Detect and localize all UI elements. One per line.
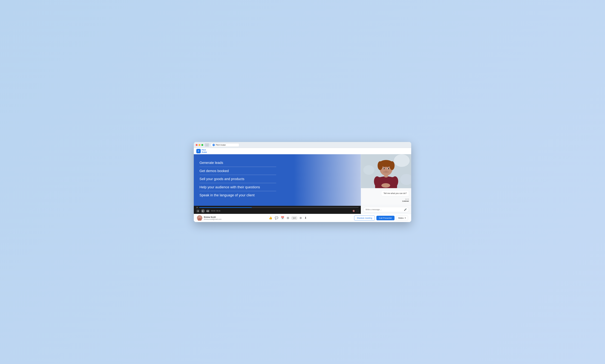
url-text: Pitch Avatar <box>216 144 226 146</box>
svg-point-26 <box>363 165 374 175</box>
slide-item-3: Sell your goods and products <box>199 177 290 183</box>
chat-time: 16:32 <box>363 198 409 200</box>
time-display: 00:00 / 00:16 <box>211 210 220 212</box>
message-input-area: 🎤 <box>361 205 411 214</box>
slide-content: Generate leads Get demos booked Sell you… <box>194 154 361 206</box>
svg-point-36 <box>389 161 395 170</box>
logo-icon: P <box>196 149 201 153</box>
chat-bubble-text: Tell me what you can do? <box>384 192 407 195</box>
slide-item-text-3: Sell your goods and products <box>199 177 290 181</box>
slide-items: Generate leads Get demos booked Sell you… <box>199 161 290 199</box>
progress-bar-area: 2/6 <box>196 207 359 208</box>
video-container: Generate leads Get demos booked Sell you… <box>194 154 361 206</box>
qa-button[interactable]: Q&A <box>292 217 297 219</box>
slide-item-text-2: Get demos booked <box>199 169 290 173</box>
presenter-video <box>361 154 411 188</box>
maximize-button[interactable] <box>201 144 203 146</box>
slides-button[interactable]: Slides ▼ <box>396 216 408 221</box>
slide-counter: 2/6 <box>196 207 198 208</box>
video-controls: 2/6 ◀ ▶ ▶▶ 00:00 / <box>194 206 361 214</box>
chat-icon[interactable]: 💬 <box>275 216 278 220</box>
chat-sender: Listener <box>363 200 409 202</box>
next-button[interactable]: ▶▶ <box>206 209 210 213</box>
title-bar: ⌂ P Pitch Avatar <box>194 142 411 148</box>
slide-item-2: Get demos booked <box>199 169 290 175</box>
chevron-down-icon: ▼ <box>404 217 406 219</box>
chat-meta: 16:32 Listener <box>363 198 409 202</box>
slide-item-text-5: Speak in the language of your client <box>199 193 290 198</box>
main-layout: Generate leads Get demos booked Sell you… <box>194 154 411 214</box>
slide-item-4: Help your audience with their questions <box>199 185 290 191</box>
user-details: Emma Scott emma.scott@mail.com <box>204 216 221 220</box>
prev-button[interactable]: ◀ <box>196 209 200 213</box>
download-icon[interactable]: ⬇ <box>304 216 307 220</box>
traffic-lights <box>196 144 203 146</box>
progress-track[interactable] <box>199 207 359 208</box>
logo-text: Pitch Avatar <box>202 149 207 153</box>
video-section: Generate leads Get demos booked Sell you… <box>194 154 361 214</box>
home-button[interactable]: ⌂ <box>205 143 209 147</box>
slide-item-text-4: Help your audience with their questions <box>199 185 290 190</box>
svg-point-42 <box>388 168 389 169</box>
like-icon[interactable]: 👍 <box>269 216 272 220</box>
slide-divider-2 <box>199 175 276 175</box>
bottom-buttons: Shedule meeting Call Presenter Slides ▼ <box>354 216 408 221</box>
fullscreen-icon[interactable]: ⛶ <box>357 210 359 212</box>
os-window: ⌂ P Pitch Avatar P Pitch Avatar <box>194 142 411 222</box>
message-input-box: 🎤 <box>363 207 409 212</box>
slide-item-text-1: Generate leads <box>199 161 290 165</box>
message-input[interactable] <box>365 208 403 211</box>
call-presenter-button[interactable]: Call Presenter <box>376 216 394 220</box>
play-button[interactable]: ▶ <box>201 209 205 213</box>
control-row: ◀ ▶ ▶▶ 00:00 / 00:16 🔇 ⛶ <box>196 209 359 213</box>
svg-point-24 <box>394 154 410 167</box>
svg-point-35 <box>378 161 383 170</box>
slides-button-label: Slides <box>398 217 404 219</box>
minimize-button[interactable] <box>198 144 200 146</box>
app-content: P Pitch Avatar <box>194 148 411 222</box>
chat-bubble: Tell me what you can do? <box>381 190 409 196</box>
schedule-meeting-button[interactable]: Shedule meeting <box>354 216 375 221</box>
slide-item-5: Speak in the language of your client <box>199 193 290 198</box>
share-icon[interactable]: ⊕ <box>299 216 302 220</box>
app-logo: P Pitch Avatar <box>196 149 207 153</box>
progress-fill <box>199 207 252 208</box>
control-left: ◀ ▶ ▶▶ 00:00 / 00:16 <box>196 209 220 213</box>
url-favicon: P <box>213 144 215 146</box>
avatar-image <box>197 215 202 221</box>
svg-point-31 <box>381 183 390 188</box>
app-header: P Pitch Avatar <box>194 148 411 154</box>
bottom-bar: Emma Scott emma.scott@mail.com 👍 💬 📅 ⊞ Q… <box>194 214 411 222</box>
chat-area: Tell me what you can do? 16:32 Listener <box>361 188 411 205</box>
svg-point-41 <box>384 168 385 169</box>
presenter-avatar <box>361 154 411 188</box>
user-name: Emma Scott <box>204 216 221 218</box>
user-avatar <box>197 215 202 221</box>
mute-icon[interactable]: 🔇 <box>352 210 355 212</box>
url-bar[interactable]: P Pitch Avatar <box>211 143 239 147</box>
calendar-icon[interactable]: 📅 <box>281 216 284 220</box>
right-panel: Tell me what you can do? 16:32 Listener … <box>361 154 411 214</box>
bottom-actions: 👍 💬 📅 ⊞ Q&A ⊕ ⬇ <box>269 216 307 220</box>
slide-item-1: Generate leads <box>199 161 290 167</box>
control-right: 🔇 ⛶ <box>352 210 359 212</box>
microphone-icon[interactable]: 🎤 <box>404 208 407 211</box>
user-email: emma.scott@mail.com <box>204 218 221 220</box>
user-info: Emma Scott emma.scott@mail.com <box>197 215 221 221</box>
svg-point-43 <box>383 171 389 173</box>
close-button[interactable] <box>196 144 198 146</box>
grid-icon[interactable]: ⊞ <box>287 216 289 220</box>
